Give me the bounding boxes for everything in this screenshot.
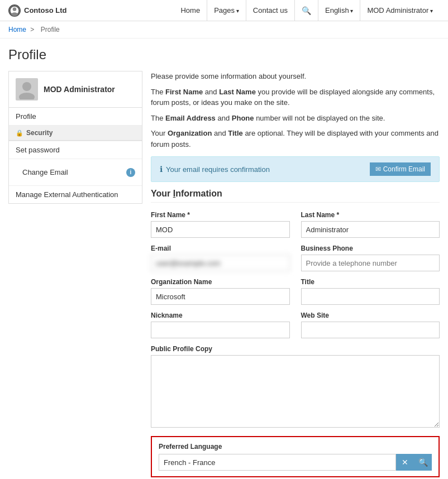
info-line-3: The Email Address and Phone number will … [151, 113, 440, 124]
first-name-input[interactable] [151, 221, 290, 238]
language-input[interactable] [159, 454, 396, 471]
brand-name: Contoso Ltd [24, 6, 67, 15]
page-container: Profile MOD Administrator Profile [0, 39, 448, 479]
lock-icon: 🔒 [16, 130, 23, 137]
sidebar-menu: Profile 🔒 Security Set password Change E… [8, 108, 142, 204]
sidebar-item-set-password[interactable]: Set password [9, 141, 142, 159]
info-line-2: The First Name and Last Name you provide… [151, 87, 440, 108]
breadcrumb: Home > Profile [0, 21, 448, 39]
organization-name-label: Organization Name [151, 278, 290, 286]
email-input[interactable] [151, 255, 290, 271]
info-line-4: Your Organization and Title are optional… [151, 128, 440, 150]
form-grid: First Name * Last Name * E-mail Business… [151, 211, 440, 428]
website-label: Web Site [301, 312, 440, 319]
first-name-group: First Name * [151, 211, 290, 238]
email-label: E-mail [151, 245, 290, 252]
user-name: MOD Administrator [44, 85, 115, 94]
title-label: Title [301, 278, 440, 286]
business-phone-label: Business Phone [301, 245, 440, 252]
sidebar: MOD Administrator Profile 🔒 Security Set… [8, 71, 142, 477]
top-navigation: Contoso Ltd Home Pages Contact us 🔍 Engl… [0, 0, 448, 21]
breadcrumb-home[interactable]: Home [8, 26, 26, 33]
language-input-group: ✕ 🔍 [159, 454, 432, 471]
nav-pages[interactable]: Pages [207, 0, 246, 21]
language-search-button[interactable]: 🔍 [414, 454, 432, 471]
sidebar-user-card: MOD Administrator [8, 71, 142, 108]
change-email-info-icon: i [126, 168, 135, 177]
svg-point-2 [11, 12, 17, 16]
breadcrumb-separator: > [30, 26, 34, 33]
breadcrumb-current: Profile [41, 26, 60, 33]
title-group: Title [301, 278, 440, 305]
first-name-label: First Name * [151, 211, 290, 219]
nav-search[interactable]: 🔍 [294, 0, 318, 21]
public-profile-group: Public Profile Copy [151, 345, 440, 428]
organization-name-group: Organization Name [151, 278, 290, 305]
svg-point-3 [22, 82, 31, 91]
last-name-input[interactable] [301, 221, 440, 238]
page-title: Profile [8, 47, 440, 63]
business-phone-group: Business Phone [301, 245, 440, 271]
search-icon: 🔍 [418, 458, 428, 467]
preferred-language-label: Preferred Language [159, 443, 432, 451]
brand-logo [8, 4, 21, 17]
preferred-language-section: Preferred Language ✕ 🔍 [151, 436, 440, 477]
info-line-1: Please provide some information about yo… [151, 71, 440, 82]
email-group: E-mail [151, 245, 290, 271]
nav-user[interactable]: MOD Administrator [360, 0, 440, 21]
website-group: Web Site [301, 312, 440, 338]
business-phone-input[interactable] [301, 255, 440, 271]
confirm-email-button[interactable]: ✉ Confirm Email [370, 162, 431, 176]
organization-name-input[interactable] [151, 288, 290, 305]
sidebar-item-manage-external-auth[interactable]: Manage External Authentication [9, 186, 142, 203]
svg-point-1 [13, 7, 17, 11]
nickname-group: Nickname [151, 312, 290, 338]
sidebar-item-profile[interactable]: Profile [9, 108, 142, 126]
form-section-title: Your Information [151, 189, 440, 203]
public-profile-label: Public Profile Copy [151, 345, 440, 353]
last-name-label: Last Name * [301, 211, 440, 219]
brand: Contoso Ltd [8, 4, 67, 17]
user-avatar [16, 78, 38, 100]
search-icon: 🔍 [302, 6, 311, 15]
nickname-input[interactable] [151, 322, 290, 338]
content-layout: MOD Administrator Profile 🔒 Security Set… [8, 71, 440, 477]
nickname-label: Nickname [151, 312, 290, 319]
website-input[interactable] [301, 322, 440, 338]
language-clear-button[interactable]: ✕ [396, 454, 414, 471]
info-circle-icon: ℹ [160, 165, 163, 174]
title-input[interactable] [301, 288, 440, 305]
nav-home[interactable]: Home [174, 0, 207, 21]
last-name-group: Last Name * [301, 211, 440, 238]
alert-text: ℹ Your email requires confirmation [160, 165, 270, 174]
sidebar-item-change-email[interactable]: Change Email i [9, 159, 142, 186]
nav-language[interactable]: English [318, 0, 360, 21]
public-profile-textarea[interactable] [151, 355, 440, 428]
main-content: Please provide some information about yo… [151, 71, 440, 477]
nav-links: Home Pages Contact us 🔍 English MOD Admi… [174, 0, 440, 21]
sidebar-security-header: 🔒 Security [9, 126, 142, 141]
svg-point-4 [19, 93, 35, 99]
nav-contact[interactable]: Contact us [246, 0, 294, 21]
email-confirmation-alert: ℹ Your email requires confirmation ✉ Con… [151, 156, 440, 182]
